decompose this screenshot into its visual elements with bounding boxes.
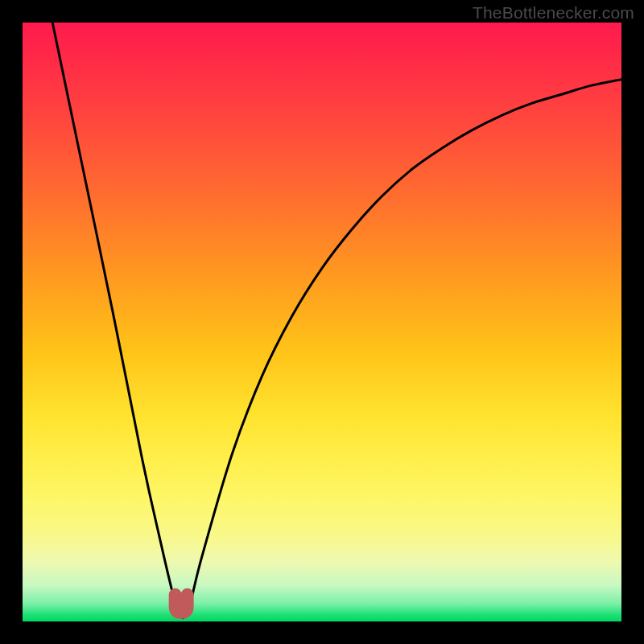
plot-area bbox=[23, 23, 621, 621]
outer-frame: TheBottlenecker.com bbox=[0, 0, 644, 644]
watermark-text: TheBottlenecker.com bbox=[473, 3, 634, 23]
curve-layer bbox=[23, 23, 621, 621]
minimum-marker bbox=[175, 595, 188, 613]
bottleneck-curve bbox=[52, 23, 621, 618]
